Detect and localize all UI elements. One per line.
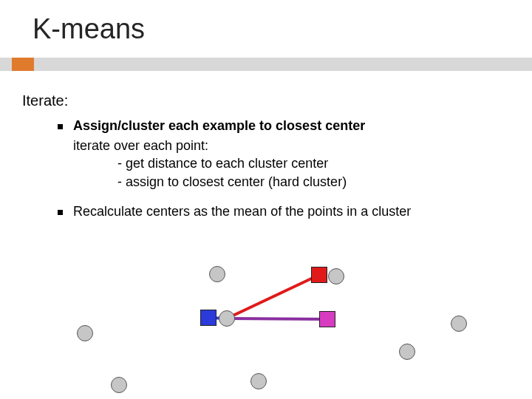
content-block: Iterate: Assign/cluster each example to …: [22, 92, 411, 222]
cluster-center-red: [311, 267, 327, 283]
data-point: [111, 377, 127, 393]
iterate-label: Iterate:: [22, 92, 411, 109]
data-point: [209, 266, 225, 282]
data-point: [328, 268, 344, 284]
kmeans-diagram: [0, 255, 532, 399]
bullet-item-1: Assign/cluster each example to closest c…: [58, 118, 411, 134]
data-point: [451, 316, 467, 332]
cluster-center-magenta: [319, 311, 335, 327]
bullet-2-text: Recalculate centers as the mean of the p…: [73, 204, 411, 219]
bullet-1-sublines: iterate over each point: - get distance …: [73, 137, 411, 191]
line-to-red: [227, 275, 319, 318]
square-bullet-icon: [58, 124, 63, 129]
data-point-candidate: [219, 310, 235, 327]
sub-line-2: - get distance to each cluster center: [117, 154, 411, 172]
accent-bar: [0, 58, 532, 71]
bullet-item-2: Recalculate centers as the mean of the p…: [58, 204, 411, 219]
data-point: [77, 325, 93, 341]
slide-title: K-means: [0, 0, 532, 45]
data-point: [399, 344, 415, 360]
sub-line-1: iterate over each point:: [73, 137, 411, 154]
data-point: [250, 373, 267, 389]
accent-orange-block: [12, 58, 34, 71]
line-to-magenta: [227, 318, 327, 319]
bullet-1-text: Assign/cluster each example to closest c…: [73, 118, 365, 134]
cluster-center-blue: [200, 310, 216, 326]
square-bullet-icon: [58, 210, 63, 215]
sub-line-3: - assign to closest center (hard cluster…: [117, 173, 411, 191]
